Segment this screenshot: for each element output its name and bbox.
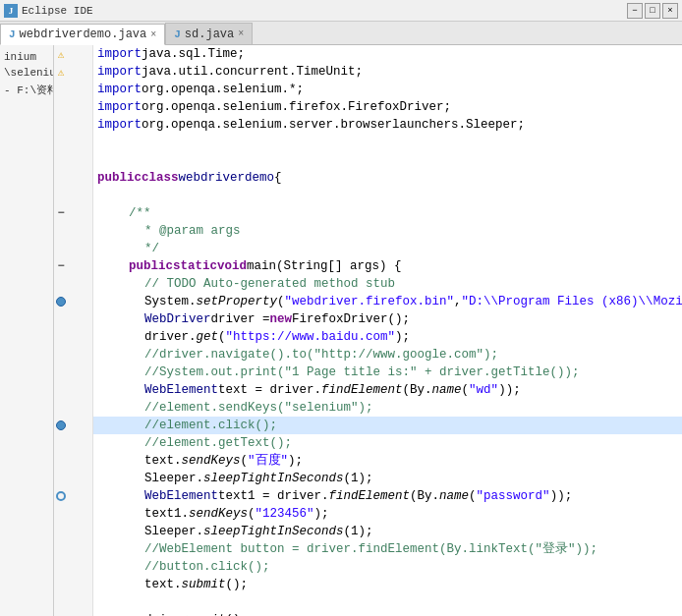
gutter-line-33 (54, 611, 92, 616)
left-panel: inium \seleniur - F:\资料 (0, 45, 54, 616)
gutter-line-4 (54, 98, 92, 116)
gutter-line-11 (54, 222, 92, 240)
close-button[interactable]: × (662, 3, 678, 19)
gutter-line-1: ⚠ (54, 45, 92, 63)
code-line-9 (93, 187, 682, 204)
code-line-10: /** (93, 204, 682, 222)
warning-icon-2: ⚠ (54, 65, 68, 79)
gutter-line-20 (54, 381, 92, 399)
gutter-line-26 (54, 487, 92, 505)
tab-label-sd: sd.java (185, 28, 234, 41)
code-line-17: driver.get("https://www.baidu.com"); (93, 328, 682, 346)
gutter-line-32 (54, 593, 92, 611)
code-line-13: public static void main(String[] args) { (93, 257, 682, 275)
gutter-line-27 (54, 505, 92, 523)
gutter-line-19 (54, 364, 92, 381)
tab-webdriverdemo[interactable]: J webdriverdemo.java × (0, 24, 165, 45)
code-line-19: //System.out.print("1 Page title is:" + … (93, 364, 682, 381)
gutter-line-22 (54, 417, 92, 434)
collapse-icon-2[interactable]: − (54, 259, 68, 273)
gutter-line-29 (54, 540, 92, 558)
gutter-line-13: − (54, 257, 92, 275)
title-bar: J Eclipse IDE − □ × (0, 0, 682, 22)
gutter-line-28 (54, 523, 92, 540)
tab-icon-sd: J (174, 28, 181, 40)
window-title: Eclipse IDE (22, 5, 93, 17)
code-line-33: driver.quit(); (93, 611, 682, 616)
gutter-line-15 (54, 293, 92, 310)
breakpoint-icon-1[interactable] (54, 295, 68, 308)
code-line-7 (93, 151, 682, 169)
code-line-8: public class webdriverdemo { (93, 169, 682, 187)
gutter-line-10: − (54, 204, 92, 222)
code-line-15: System.setProperty("webdriver.firefox.bi… (93, 293, 682, 310)
minimize-button[interactable]: − (627, 3, 643, 19)
warning-icon-1: ⚠ (54, 47, 68, 61)
gutter-line-5 (54, 116, 92, 134)
code-line-11: * @param args (93, 222, 682, 240)
gutter-line-17 (54, 328, 92, 346)
tab-sd[interactable]: J sd.java × (165, 23, 253, 44)
circle-icon[interactable] (54, 489, 68, 503)
title-bar-left: J Eclipse IDE (4, 4, 93, 18)
eclipse-icon: J (4, 4, 18, 18)
gutter-line-8 (54, 169, 92, 187)
tab-icon: J (9, 28, 16, 40)
tab-bar: J webdriverdemo.java × J sd.java × (0, 22, 682, 45)
code-line-1: import java.sql.Time; (93, 45, 682, 63)
code-line-4: import org.openqa.selenium.firefox.Firef… (93, 98, 682, 116)
collapse-icon-1[interactable]: − (54, 206, 68, 220)
left-panel-item-1: inium (0, 49, 53, 65)
code-line-25: Sleeper.sleepTightInSeconds(1); (93, 470, 682, 487)
gutter-line-2: ⚠ (54, 63, 92, 81)
tab-close-icon[interactable]: × (150, 29, 156, 40)
code-line-16: WebDriver driver = new FirefoxDriver(); (93, 310, 682, 328)
tab-label: webdriverdemo.java (20, 28, 147, 41)
code-line-22: //element.click(); (93, 417, 682, 434)
code-line-30: //button.click(); (93, 558, 682, 576)
gutter: ⚠ ⚠ − (54, 45, 93, 616)
maximize-button[interactable]: □ (645, 3, 660, 19)
code-content: ⚠ ⚠ − (54, 45, 682, 616)
gutter-line-18 (54, 346, 92, 364)
code-line-28: Sleeper.sleepTightInSeconds(1); (93, 523, 682, 540)
code-line-14: // TODO Auto-generated method stub (93, 275, 682, 293)
code-line-20: WebElement text = driver.findElement(By.… (93, 381, 682, 399)
gutter-line-7 (54, 151, 92, 169)
code-line-12: */ (93, 240, 682, 257)
gutter-line-9 (54, 187, 92, 204)
code-line-26: WebElement text1 = driver.findElement(By… (93, 487, 682, 505)
gutter-line-6 (54, 134, 92, 151)
tab-close-sd-icon[interactable]: × (238, 28, 244, 39)
code-line-5: import org.openqa.selenium.server.browse… (93, 116, 682, 134)
gutter-line-31 (54, 576, 92, 593)
code-line-6 (93, 134, 682, 151)
gutter-line-3 (54, 81, 92, 98)
code-editor[interactable]: ⚠ ⚠ − (54, 45, 682, 616)
code-line-32 (93, 593, 682, 611)
code-line-21: //element.sendKeys("selenium"); (93, 399, 682, 417)
left-panel-item-2: \seleniur (0, 65, 53, 81)
gutter-line-25 (54, 470, 92, 487)
code-line-31: text.submit(); (93, 576, 682, 593)
left-panel-item-3: - F:\资料 (0, 81, 53, 99)
gutter-line-12 (54, 240, 92, 257)
gutter-line-23 (54, 434, 92, 452)
code-line-23: //element.getText(); (93, 434, 682, 452)
code-line-27: text1.sendKeys("123456"); (93, 505, 682, 523)
code-line-3: import org.openqa.selenium.*; (93, 81, 682, 98)
gutter-line-30 (54, 558, 92, 576)
window-controls[interactable]: − □ × (627, 3, 678, 19)
gutter-line-24 (54, 452, 92, 470)
code-lines: import java.sql.Time; import java.util.c… (93, 45, 682, 616)
code-line-29: //WebElement button = driver.findElement… (93, 540, 682, 558)
breakpoint-icon-2[interactable] (54, 419, 68, 432)
code-line-2: import java.util.concurrent.TimeUnit; (93, 63, 682, 81)
editor-area: inium \seleniur - F:\资料 ⚠ ⚠ (0, 45, 682, 616)
code-line-24: text.sendKeys("百度"); (93, 452, 682, 470)
code-line-18: //driver.navigate().to("http://www.googl… (93, 346, 682, 364)
gutter-line-14 (54, 275, 92, 293)
gutter-line-21 (54, 399, 92, 417)
gutter-line-16 (54, 310, 92, 328)
